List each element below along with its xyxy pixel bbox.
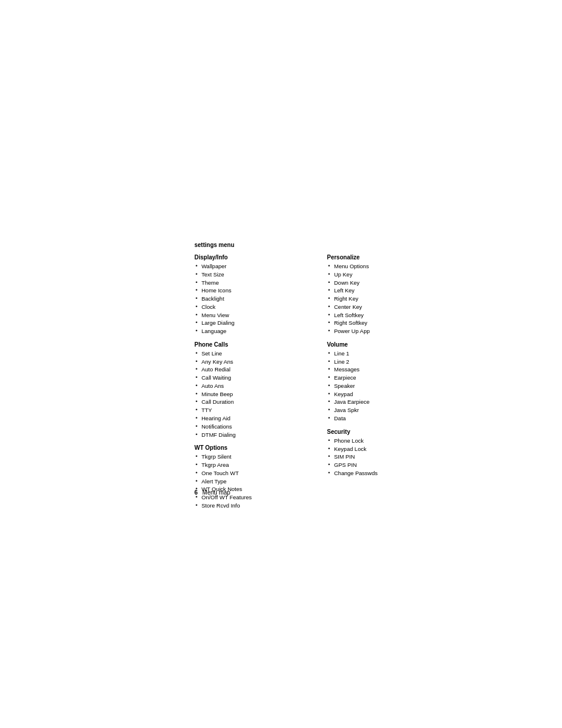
personalize-title: Personalize [327,254,442,261]
list-item: Text Size [194,271,309,279]
list-item: Call Waiting [194,374,309,382]
list-item: Power Up App [327,327,442,335]
list-item: SIM PIN [327,453,442,461]
list-item: Right Softkey [327,319,442,327]
list-item: Tkgrp Silent [194,453,309,461]
list-item: Left Key [327,286,442,295]
list-item: DTMF Dialing [194,431,309,439]
list-item: Auto Ans [194,382,309,390]
footer: 6Menu map [194,489,230,496]
list-item: Notifications [194,423,309,431]
list-item: Any Key Ans [194,358,309,366]
right-column: Personalize Menu Options Up Key Down Key… [327,254,442,477]
security-title: Security [327,429,442,435]
list-item: Alert Type [194,477,309,486]
list-item: Data [327,414,442,423]
phone-calls-title: Phone Calls [194,341,309,348]
list-item: Language [194,327,309,335]
list-item: Earpiece [327,374,442,382]
security-list: Phone Lock Keypad Lock SIM PIN GPS PIN C… [327,437,442,477]
list-item: Up Key [327,271,442,279]
list-item: Home Icons [194,286,309,295]
footer-label: Menu map [203,489,230,496]
list-item: Line 1 [327,350,442,358]
list-item: Menu Options [327,262,442,271]
list-item: Messages [327,365,442,374]
wt-options-list: Tkgrp Silent Tkgrp Area One Touch WT Ale… [194,453,309,509]
list-item: Minute Beep [194,390,309,398]
list-item: Large Dialing [194,319,309,327]
list-item: TTY [194,406,309,414]
list-item: Change Passwds [327,469,442,477]
list-item: Java Earpiece [327,398,442,406]
volume-list: Line 1 Line 2 Messages Earpiece Speaker … [327,350,442,423]
list-item: Call Duration [194,398,309,406]
list-item: Left Softkey [327,311,442,319]
list-item: Menu View [194,311,309,319]
display-info-list: Wallpaper Text Size Theme Home Icons Bac… [194,262,309,335]
list-item: GPS PIN [327,461,442,469]
list-item: Center Key [327,303,442,311]
list-item: Clock [194,303,309,311]
list-item: Speaker [327,382,442,390]
volume-title: Volume [327,341,442,348]
list-item: Right Key [327,295,442,303]
list-item: One Touch WT [194,469,309,477]
list-item: Java Spkr [327,406,442,414]
page-number: 6 [194,489,198,496]
list-item: Hearing Aid [194,414,309,423]
list-item: Keypad Lock [327,445,442,453]
list-item: Wallpaper [194,262,309,271]
list-item: Auto Redial [194,365,309,374]
page: settings menu Display/Info Wallpaper Tex… [0,0,562,728]
list-item: Store Rcvd Info [194,502,309,510]
personalize-list: Menu Options Up Key Down Key Left Key Ri… [327,262,442,335]
list-item: Keypad [327,390,442,398]
phone-calls-list: Set Line Any Key Ans Auto Redial Call Wa… [194,350,309,439]
list-item: Set Line [194,350,309,358]
settings-title: settings menu [194,242,442,248]
list-item: Tkgrp Area [194,461,309,469]
list-item: Backlight [194,295,309,303]
list-item: Down Key [327,279,442,287]
content-area: settings menu Display/Info Wallpaper Tex… [194,242,442,510]
columns: Display/Info Wallpaper Text Size Theme H… [194,254,442,510]
wt-options-title: WT Options [194,444,309,451]
list-item: Phone Lock [327,437,442,445]
list-item: Theme [194,279,309,287]
left-column: Display/Info Wallpaper Text Size Theme H… [194,254,309,510]
display-info-title: Display/Info [194,254,309,261]
list-item: Line 2 [327,358,442,366]
